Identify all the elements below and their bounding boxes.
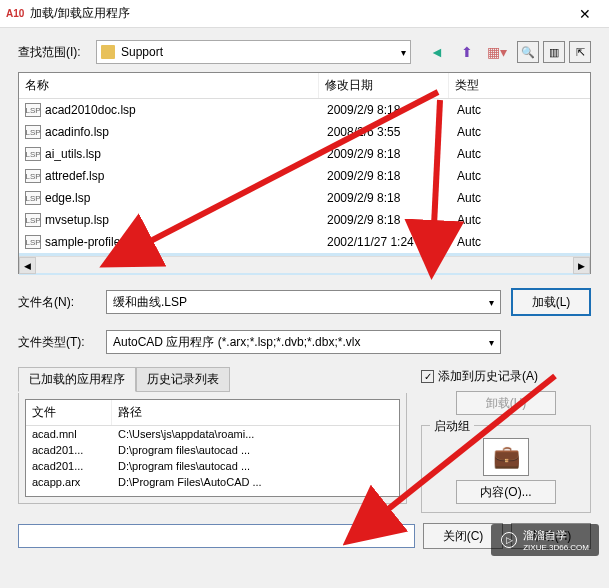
file-list[interactable]: 名称 修改日期 类型 LSPacad2010doc.lsp2009/2/9 8:… bbox=[18, 72, 591, 274]
chevron-down-icon: ▾ bbox=[489, 337, 494, 348]
file-type: Autc bbox=[457, 147, 590, 161]
file-date: 2008/2/6 3:55 bbox=[327, 125, 457, 139]
file-row[interactable]: LSPattredef.lsp2009/2/9 8:18Autc bbox=[19, 165, 590, 187]
file-name: acad2010doc.lsp bbox=[45, 103, 327, 117]
file-type: Autc bbox=[457, 213, 590, 227]
col-header-type[interactable]: 类型 bbox=[449, 73, 590, 98]
file-date: 2009/2/9 8:18 bbox=[327, 213, 457, 227]
folder-icon bbox=[101, 45, 115, 59]
lsp-file-icon: LSP bbox=[25, 103, 41, 117]
add-history-label: 添加到历史记录(A) bbox=[438, 368, 538, 385]
unload-button[interactable]: 卸载(U) bbox=[456, 391, 556, 415]
loaded-path: C:\Users\js\appdata\roami... bbox=[118, 428, 393, 440]
loaded-path: D:\Program Files\AutoCAD ... bbox=[118, 476, 393, 488]
scroll-left-icon[interactable]: ◀ bbox=[19, 257, 36, 274]
status-box bbox=[18, 524, 415, 548]
file-date: 2009/2/9 8:18 bbox=[327, 169, 457, 183]
file-name: sample-profile-util bbox=[45, 235, 327, 249]
app-icon: A10 bbox=[6, 8, 24, 19]
lsp-file-icon: LSP bbox=[25, 213, 41, 227]
col-header-file[interactable]: 文件 bbox=[26, 400, 112, 425]
back-icon[interactable]: ◄ bbox=[425, 41, 449, 63]
properties-icon[interactable]: ▥ bbox=[543, 41, 565, 63]
scroll-right-icon[interactable]: ▶ bbox=[573, 257, 590, 274]
lsp-file-icon: LSP bbox=[25, 125, 41, 139]
watermark: ▷ 溜溜自学 ZIXUE.3D66.COM bbox=[491, 524, 599, 556]
file-type: Autc bbox=[457, 235, 590, 249]
loaded-path: D:\program files\autocad ... bbox=[118, 444, 393, 456]
loaded-row[interactable]: acad201...D:\program files\autocad ... bbox=[26, 458, 399, 474]
file-date: 2009/2/9 8:18 bbox=[327, 103, 457, 117]
file-date: 2002/11/27 1:24 bbox=[327, 235, 457, 249]
lsp-file-icon: LSP bbox=[25, 191, 41, 205]
filetype-combo[interactable]: AutoCAD 应用程序 (*.arx;*.lsp;*.dvb;*.dbx;*.… bbox=[106, 330, 501, 354]
loaded-file: acapp.arx bbox=[32, 476, 118, 488]
add-history-checkbox[interactable]: ✓ bbox=[421, 370, 434, 383]
file-row[interactable]: LSPai_utils.lsp2009/2/9 8:18Autc bbox=[19, 143, 590, 165]
file-name: ai_utils.lsp bbox=[45, 147, 327, 161]
lookin-value: Support bbox=[121, 45, 163, 59]
lookin-label: 查找范围(I): bbox=[18, 44, 96, 61]
loaded-path: D:\program files\autocad ... bbox=[118, 460, 393, 472]
file-name: edge.lsp bbox=[45, 191, 327, 205]
lsp-file-icon: LSP bbox=[25, 169, 41, 183]
loaded-file: acad.mnl bbox=[32, 428, 118, 440]
loaded-apps-list[interactable]: 文件 路径 acad.mnlC:\Users\js\appdata\roami.… bbox=[25, 399, 400, 497]
contents-button[interactable]: 内容(O)... bbox=[456, 480, 556, 504]
loaded-file: acad201... bbox=[32, 460, 118, 472]
file-row[interactable]: LSPedge.lsp2009/2/9 8:18Autc bbox=[19, 187, 590, 209]
file-row[interactable]: LSPacad2010doc.lsp2009/2/9 8:18Autc bbox=[19, 99, 590, 121]
filetype-value: AutoCAD 应用程序 (*.arx;*.lsp;*.dvb;*.dbx;*.… bbox=[113, 334, 360, 351]
options-icon[interactable]: ⇱ bbox=[569, 41, 591, 63]
filetype-label: 文件类型(T): bbox=[18, 334, 96, 351]
filename-value: 缓和曲线.LSP bbox=[113, 294, 187, 311]
lsp-file-icon: LSP bbox=[25, 235, 41, 249]
briefcase-icon[interactable]: 💼 bbox=[483, 438, 529, 476]
file-row[interactable]: LSPsample-profile-util2002/11/27 1:24Aut… bbox=[19, 231, 590, 253]
file-name: attredef.lsp bbox=[45, 169, 327, 183]
tab-history[interactable]: 历史记录列表 bbox=[136, 367, 230, 392]
find-icon[interactable]: 🔍 bbox=[517, 41, 539, 63]
file-type: Autc bbox=[457, 103, 590, 117]
tab-loaded-apps[interactable]: 已加载的应用程序 bbox=[18, 367, 136, 392]
watermark-url: ZIXUE.3D66.COM bbox=[523, 543, 589, 552]
chevron-down-icon: ▾ bbox=[489, 297, 494, 308]
file-row[interactable]: LSPacadinfo.lsp2008/2/6 3:55Autc bbox=[19, 121, 590, 143]
watermark-brand: 溜溜自学 bbox=[523, 528, 589, 543]
col-header-name[interactable]: 名称 bbox=[19, 73, 319, 98]
filename-combo[interactable]: 缓和曲线.LSP ▾ bbox=[106, 290, 501, 314]
file-date: 2009/2/9 8:18 bbox=[327, 191, 457, 205]
loaded-row[interactable]: acad201...D:\program files\autocad ... bbox=[26, 442, 399, 458]
file-row[interactable]: LSPmvsetup.lsp2009/2/9 8:18Autc bbox=[19, 209, 590, 231]
filename-label: 文件名(N): bbox=[18, 294, 96, 311]
col-header-path[interactable]: 路径 bbox=[112, 400, 399, 425]
play-icon: ▷ bbox=[501, 532, 517, 548]
file-name: acadinfo.lsp bbox=[45, 125, 327, 139]
horizontal-scrollbar[interactable]: ◀ ▶ bbox=[19, 256, 590, 273]
close-icon[interactable]: ✕ bbox=[567, 0, 603, 28]
chevron-down-icon: ▾ bbox=[401, 47, 406, 58]
up-folder-icon[interactable]: ⬆ bbox=[455, 41, 479, 63]
col-header-date[interactable]: 修改日期 bbox=[319, 73, 449, 98]
loaded-row[interactable]: acad.mnlC:\Users\js\appdata\roami... bbox=[26, 426, 399, 442]
loaded-row[interactable]: acapp.arxD:\Program Files\AutoCAD ... bbox=[26, 474, 399, 490]
file-type: Autc bbox=[457, 191, 590, 205]
lookin-combo[interactable]: Support ▾ bbox=[96, 40, 411, 64]
file-type: Autc bbox=[457, 125, 590, 139]
file-name: mvsetup.lsp bbox=[45, 213, 327, 227]
file-date: 2009/2/9 8:18 bbox=[327, 147, 457, 161]
lsp-file-icon: LSP bbox=[25, 147, 41, 161]
file-type: Autc bbox=[457, 169, 590, 183]
window-title: 加载/卸载应用程序 bbox=[30, 5, 567, 22]
load-button[interactable]: 加载(L) bbox=[511, 288, 591, 316]
loaded-file: acad201... bbox=[32, 444, 118, 456]
startup-group-label: 启动组 bbox=[430, 418, 474, 435]
view-icon[interactable]: ▦▾ bbox=[485, 41, 509, 63]
